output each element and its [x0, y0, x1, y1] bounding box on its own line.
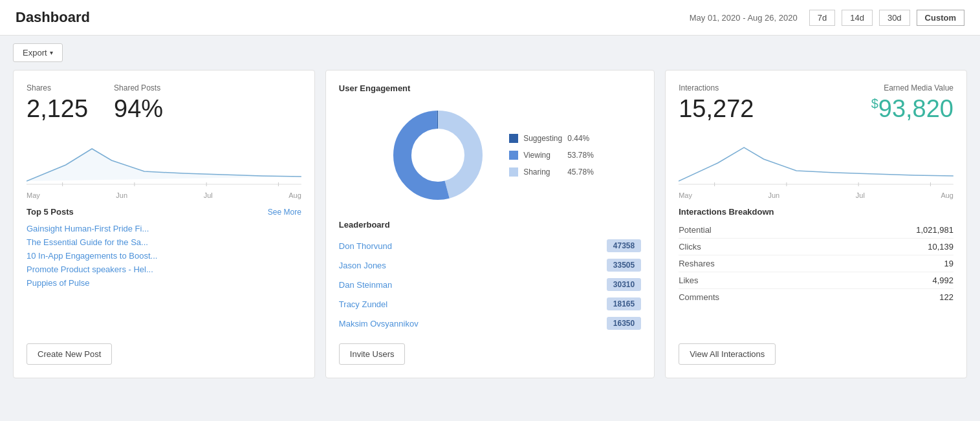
leaderboard-list: Don Thorvund 47358 Jason Jones 33505 Dan…: [339, 236, 641, 333]
donut-section: Suggesting 0.44% Viewing 53.78% Sharing …: [339, 103, 641, 207]
legend-pct-viewing: 53.78%: [567, 151, 594, 160]
see-more-link[interactable]: See More: [268, 208, 301, 217]
leaderboard-item: Maksim Ovsyannikov 16350: [339, 314, 641, 333]
chart-label-may: May: [679, 191, 692, 199]
chart-label-jun: Jun: [116, 191, 127, 199]
legend-suggesting: Suggesting 0.44%: [509, 134, 594, 143]
chart-label-jul: Jul: [856, 191, 865, 199]
shares-card: Shares 2,125 Shared Posts 94% May Jun: [13, 70, 315, 378]
view-all-btn-container: View All Interactions: [679, 333, 953, 365]
chart-label-jun: Jun: [768, 191, 780, 199]
create-new-post-button[interactable]: Create New Post: [27, 343, 112, 365]
date-btn-14d[interactable]: 14d: [842, 10, 873, 26]
export-caret: ▾: [50, 49, 53, 56]
page-title: Dashboard: [16, 9, 90, 26]
leaderboard-item: Dan Steinman 30310: [339, 275, 641, 294]
breakdown-item-likes: Likes 4,992: [679, 272, 953, 289]
shares-chart-labels: May Jun Jul Aug: [27, 191, 301, 199]
interactions-line-chart: [679, 136, 953, 188]
leaderboard-name[interactable]: Don Thorvund: [339, 241, 392, 251]
legend-label-viewing: Viewing: [523, 151, 562, 160]
interactions-chart-labels: May Jun Jul Aug: [679, 191, 953, 199]
interactions-header: Interactions Earned Media Value: [679, 83, 953, 92]
legend-label-suggesting: Suggesting: [523, 134, 562, 143]
interactions-values: 15,272 $93,820: [679, 95, 953, 123]
view-all-interactions-button[interactable]: View All Interactions: [679, 343, 776, 365]
post-item[interactable]: Promote Product speakers - Hel...: [27, 263, 301, 276]
breakdown-list: Potential 1,021,981 Clicks 10,139 Reshar…: [679, 222, 953, 305]
leaderboard-name[interactable]: Maksim Ovsyannikov: [339, 319, 419, 329]
shares-label: Shares: [27, 83, 88, 92]
leaderboard-name[interactable]: Jason Jones: [339, 261, 386, 270]
metrics-row: Shares 2,125 Shared Posts 94%: [27, 83, 301, 123]
post-list: Gainsight Human-First Pride Fi... The Es…: [27, 222, 301, 290]
top-posts-title: Top 5 Posts: [27, 207, 74, 217]
date-btn-custom[interactable]: Custom: [917, 10, 964, 26]
emv-value: $93,820: [871, 95, 953, 123]
breakdown-item-potential: Potential 1,021,981: [679, 222, 953, 239]
legend-pct-suggesting: 0.44%: [567, 134, 589, 143]
emv-dollar: $: [871, 96, 878, 111]
header-right: May 01, 2020 - Aug 26, 2020 7d 14d 30d C…: [690, 10, 964, 26]
interactions-number: 15,272: [679, 95, 754, 123]
shared-posts-label: Shared Posts: [114, 83, 163, 92]
breakdown-key: Comments: [679, 292, 719, 302]
post-item[interactable]: Gainsight Human-First Pride Fi...: [27, 222, 301, 235]
post-item[interactable]: Puppies of Pulse: [27, 276, 301, 290]
breakdown-title: Interactions Breakdown: [679, 207, 953, 217]
date-btn-7d[interactable]: 7d: [809, 10, 835, 26]
engagement-card: User Engagement Suggesting: [325, 70, 655, 378]
donut-svg: [386, 103, 490, 207]
user-engagement-title: User Engagement: [339, 83, 641, 93]
leaderboard-name[interactable]: Dan Steinman: [339, 280, 392, 290]
breakdown-item-reshares: Reshares 19: [679, 255, 953, 272]
breakdown-item-comments: Comments 122: [679, 289, 953, 305]
breakdown-key: Reshares: [679, 259, 715, 268]
header: Dashboard May 01, 2020 - Aug 26, 2020 7d…: [0, 0, 980, 36]
breakdown-val: 4,992: [932, 275, 953, 285]
svg-point-8: [412, 129, 464, 181]
post-item[interactable]: The Essential Guide for the Sa...: [27, 235, 301, 249]
breakdown-val: 19: [944, 259, 953, 268]
date-btn-30d[interactable]: 30d: [879, 10, 910, 26]
leaderboard-item: Jason Jones 33505: [339, 255, 641, 275]
breakdown-val: 122: [939, 292, 953, 302]
legend-color-suggesting: [509, 134, 518, 143]
chart-label-may: May: [27, 191, 40, 199]
legend-color-viewing: [509, 151, 518, 160]
legend-pct-sharing: 45.78%: [567, 167, 594, 177]
legend-color-sharing: [509, 167, 518, 177]
post-item[interactable]: 10 In-App Engagements to Boost...: [27, 249, 301, 263]
donut-chart: [386, 103, 490, 207]
breakdown-key: Clicks: [679, 242, 701, 252]
create-btn-container: Create New Post: [27, 333, 301, 365]
shares-line-chart: [27, 136, 301, 188]
legend-label-sharing: Sharing: [523, 167, 562, 177]
export-label: Export: [23, 48, 47, 58]
legend-viewing: Viewing 53.78%: [509, 151, 594, 160]
export-button[interactable]: Export ▾: [13, 43, 63, 62]
chart-label-aug: Aug: [289, 191, 301, 199]
leaderboard-name[interactable]: Tracy Zundel: [339, 299, 387, 309]
breakdown-item-clicks: Clicks 10,139: [679, 239, 953, 255]
interactions-card: Interactions Earned Media Value 15,272 $…: [665, 70, 967, 378]
top-posts-header: Top 5 Posts See More: [27, 207, 301, 217]
legend-sharing: Sharing 45.78%: [509, 167, 594, 177]
shared-posts-metric: Shared Posts 94%: [114, 83, 163, 123]
shares-metric: Shares 2,125: [27, 83, 88, 123]
breakdown-key: Potential: [679, 225, 712, 235]
leaderboard-score: 18165: [607, 297, 641, 310]
shares-value: 2,125: [27, 95, 88, 123]
shares-chart: [27, 136, 301, 188]
main-content: Shares 2,125 Shared Posts 94% May Jun: [0, 70, 980, 391]
interactions-chart: [679, 136, 953, 188]
leaderboard-score: 47358: [607, 239, 641, 252]
leaderboard-score: 30310: [607, 278, 641, 291]
emv-label: Earned Media Value: [884, 83, 953, 92]
chart-label-jul: Jul: [204, 191, 213, 199]
breakdown-val: 1,021,981: [916, 225, 953, 235]
breakdown-val: 10,139: [928, 242, 953, 252]
date-range: May 01, 2020 - Aug 26, 2020: [690, 13, 798, 23]
leaderboard-item: Don Thorvund 47358: [339, 236, 641, 255]
invite-users-button[interactable]: Invite Users: [339, 343, 406, 365]
